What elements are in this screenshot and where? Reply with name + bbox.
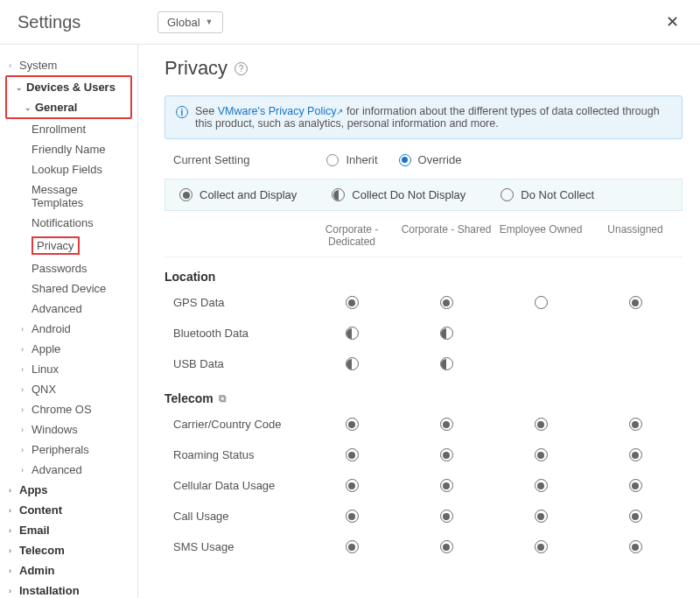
sidebar-item-content[interactable]: ›Content (0, 500, 137, 520)
state-full-icon[interactable] (346, 510, 359, 523)
state-full-icon[interactable] (535, 448, 548, 461)
sidebar-item-advanced[interactable]: ›Advanced (0, 460, 137, 480)
state-cell (588, 418, 682, 431)
sidebar-item-lookup-fields[interactable]: Lookup Fields (0, 159, 137, 179)
state-half-icon[interactable] (440, 357, 453, 370)
state-full-icon[interactable] (629, 448, 642, 461)
sidebar-item-advanced[interactable]: Advanced (0, 299, 137, 319)
sidebar-item-android[interactable]: ›Android (0, 319, 137, 339)
privacy-policy-link[interactable]: VMware's Privacy Policy↗ (218, 105, 344, 117)
chevron-right-icon: › (9, 587, 16, 595)
chevron-right-icon: › (9, 546, 16, 555)
state-cell (304, 540, 399, 553)
sidebar-item-shared-device[interactable]: Shared Device (0, 278, 137, 299)
sidebar-item-qnx[interactable]: ›QNX (0, 379, 137, 399)
state-full-icon[interactable] (346, 448, 359, 461)
sidebar-item-system[interactable]: › System (0, 55, 137, 75)
chevron-right-icon: › (9, 61, 16, 70)
state-full-icon[interactable] (629, 479, 642, 492)
state-full-icon[interactable] (440, 448, 453, 461)
sidebar-item-peripherals[interactable]: ›Peripherals (0, 440, 137, 460)
sidebar: › System ⌄ Devices & Users ⌄ General Enr… (0, 45, 138, 598)
state-cell (304, 296, 399, 309)
legend-collect-display: Collect and Display (179, 188, 297, 201)
sidebar-item-general[interactable]: ⌄ General (7, 97, 130, 117)
state-cell (304, 418, 399, 431)
state-full-icon[interactable] (346, 540, 359, 553)
state-full-icon[interactable] (346, 479, 359, 492)
state-full-icon[interactable] (535, 510, 548, 523)
state-cell (399, 479, 494, 492)
scope-dropdown[interactable]: Global ▼ (158, 11, 223, 33)
sidebar-item-notifications[interactable]: Notifications (0, 213, 137, 233)
state-full-icon[interactable] (440, 296, 453, 309)
state-full-icon[interactable] (629, 510, 642, 523)
sidebar-item-telecom[interactable]: ›Telecom (0, 540, 137, 560)
radio-icon (326, 154, 339, 166)
sidebar-item-chrome-os[interactable]: ›Chrome OS (0, 399, 137, 419)
section-location: Location (164, 257, 682, 287)
state-cell (494, 418, 588, 431)
state-cell (494, 510, 588, 523)
chevron-right-icon: › (21, 345, 28, 354)
sidebar-item-friendly-name[interactable]: Friendly Name (0, 139, 137, 159)
state-full-icon[interactable] (440, 479, 453, 492)
state-cell (588, 479, 682, 492)
row-label: Roaming Status (164, 448, 304, 461)
state-full-icon[interactable] (440, 510, 453, 523)
state-cell (588, 510, 682, 523)
data-row: Carrier/Country Code (164, 409, 682, 440)
state-full-icon[interactable] (629, 296, 642, 309)
radio-inherit[interactable]: Inherit (326, 153, 377, 166)
legend-bar: Collect and Display Collect Do Not Displ… (164, 179, 682, 211)
state-full-icon[interactable] (535, 418, 548, 431)
header: Settings Global ▼ ✕ (0, 0, 700, 45)
sidebar-item-admin[interactable]: ›Admin (0, 560, 137, 580)
state-full-icon[interactable] (535, 540, 548, 553)
sidebar-item-apps[interactable]: ›Apps (0, 480, 137, 500)
state-cell (494, 540, 588, 553)
close-icon[interactable]: ✕ (662, 9, 682, 35)
sidebar-item-apple[interactable]: ›Apple (0, 339, 137, 359)
state-full-icon (179, 188, 192, 201)
sidebar-item-windows[interactable]: ›Windows (0, 419, 137, 440)
sidebar-item-passwords[interactable]: Passwords (0, 258, 137, 278)
info-icon: i (176, 106, 188, 118)
content: Privacy ? i See VMware's Privacy Policy↗… (138, 45, 700, 598)
state-half-icon[interactable] (440, 327, 453, 340)
state-cell (588, 540, 682, 553)
state-half-icon[interactable] (346, 327, 359, 340)
chevron-right-icon: › (9, 486, 16, 495)
sidebar-item-message-templates[interactable]: Message Templates (0, 179, 137, 213)
data-row: USB Data (164, 348, 682, 379)
sidebar-item-linux[interactable]: ›Linux (0, 359, 137, 379)
state-full-icon[interactable] (346, 418, 359, 431)
help-icon[interactable]: ? (234, 62, 248, 75)
state-full-icon[interactable] (346, 296, 359, 309)
state-empty-icon[interactable] (535, 296, 548, 309)
state-full-icon[interactable] (629, 418, 642, 431)
state-cell (304, 510, 399, 523)
state-full-icon[interactable] (440, 540, 453, 553)
state-empty-icon (500, 188, 514, 201)
data-row: Bluetooth Data (164, 318, 682, 348)
sidebar-item-enrollment[interactable]: Enrollment (0, 119, 137, 139)
state-half-icon[interactable] (346, 357, 359, 370)
state-cell (304, 327, 399, 340)
copy-icon[interactable]: ⧉ (219, 392, 227, 405)
sidebar-item-devices-users[interactable]: ⌄ Devices & Users (7, 77, 130, 97)
section-telecom: Telecom ⧉ (164, 379, 682, 409)
scope-label: Global (167, 16, 200, 29)
row-label: USB Data (164, 357, 304, 370)
radio-override[interactable]: Override (399, 153, 462, 166)
state-full-icon[interactable] (440, 418, 453, 431)
data-row: Call Usage (164, 501, 682, 531)
data-row: Roaming Status (164, 440, 682, 470)
sidebar-item-privacy[interactable]: Privacy (0, 233, 137, 258)
sidebar-item-email[interactable]: ›Email (0, 520, 137, 540)
state-full-icon[interactable] (535, 479, 548, 492)
sidebar-item-installation[interactable]: ›Installation (0, 580, 137, 598)
chevron-right-icon: › (21, 446, 28, 454)
state-full-icon[interactable] (629, 540, 642, 553)
chevron-down-icon: ⌄ (24, 103, 32, 112)
